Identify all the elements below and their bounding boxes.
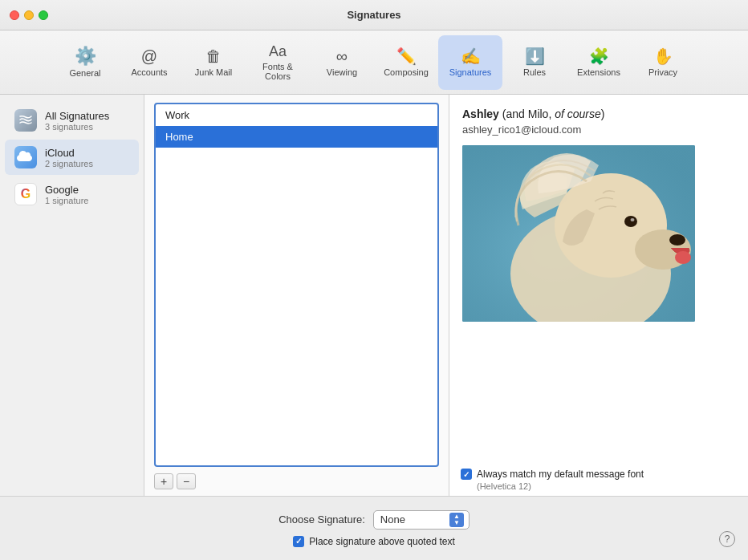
preview-name-bold: Ashley — [462, 108, 499, 120]
preview-name-italic: of course — [555, 108, 601, 120]
font-sublabel: (Helvetica 12) — [477, 481, 531, 491]
toolbar-item-viewing[interactable]: ∞ Viewing — [310, 35, 374, 90]
signatures-list[interactable]: Work Home — [154, 103, 439, 467]
composing-icon: ✏️ — [396, 48, 417, 64]
accounts-icon: @ — [141, 48, 157, 64]
content-area: All Signatures 3 signatures iCloud 2 sig… — [0, 95, 748, 496]
fonts-colors-icon: Aa — [269, 44, 287, 59]
privacy-label: Privacy — [648, 67, 677, 77]
preview-panel: Ashley (and Milo, of course) ashley_rico… — [449, 95, 748, 462]
viewing-icon: ∞ — [336, 48, 348, 64]
place-sig-checkbox[interactable] — [293, 536, 304, 547]
svg-point-7 — [624, 216, 637, 227]
toolbar-item-composing[interactable]: ✏️ Composing — [374, 35, 438, 90]
all-signatures-icon — [14, 109, 37, 132]
signatures-panel: Work Home + − — [144, 95, 449, 496]
sig-item-home[interactable]: Home — [156, 126, 437, 148]
place-sig-row: Place signature above quoted text — [293, 536, 454, 547]
general-icon: ⚙️ — [75, 47, 96, 65]
google-g-letter: G — [21, 187, 30, 201]
traffic-lights — [10, 10, 48, 20]
choose-sig-select[interactable]: None ▲ ▼ — [373, 510, 470, 530]
svg-point-6 — [675, 251, 691, 264]
toolbar-item-signatures[interactable]: ✍️ Signatures — [438, 35, 502, 90]
extensions-label: Extensions — [577, 67, 620, 77]
sig-item-work[interactable]: Work — [156, 104, 437, 126]
toolbar-item-general[interactable]: ⚙️ General — [53, 35, 117, 90]
svg-point-5 — [669, 234, 685, 246]
privacy-icon: ✋ — [653, 48, 673, 64]
select-arrow-icon: ▲ ▼ — [449, 513, 464, 527]
rules-icon: ⬇️ — [525, 48, 545, 64]
extensions-icon: 🧩 — [589, 48, 609, 64]
google-text: Google 1 signature — [45, 184, 88, 205]
help-icon: ? — [725, 534, 730, 545]
sidebar-item-google[interactable]: G Google 1 signature — [5, 177, 139, 212]
fonts-colors-label: Fonts & Colors — [249, 62, 307, 81]
preview-name-rest: (and Milo, — [499, 108, 555, 120]
junk-mail-icon: 🗑 — [205, 48, 222, 64]
toolbar-item-privacy[interactable]: ✋ Privacy — [631, 35, 695, 90]
add-signature-button[interactable]: + — [154, 473, 173, 489]
toolbar-item-fonts-colors[interactable]: Aa Fonts & Colors — [246, 35, 310, 90]
signatures-icon: ✍️ — [461, 48, 481, 64]
junk-mail-label: Junk Mail — [195, 67, 232, 77]
preview-email: ashley_rico1@icloud.com — [462, 124, 735, 136]
composing-label: Composing — [384, 67, 429, 77]
choose-sig-label: Choose Signature: — [278, 513, 365, 526]
remove-signature-button[interactable]: − — [177, 473, 196, 489]
icloud-name: iCloud — [45, 147, 93, 159]
toolbar-item-accounts[interactable]: @ Accounts — [117, 35, 181, 90]
preview-name: Ashley (and Milo, of course) — [462, 108, 735, 120]
all-signatures-name: All Signatures — [45, 110, 109, 122]
minimize-button[interactable] — [24, 10, 34, 20]
toolbar: ⚙️ General @ Accounts 🗑 Junk Mail Aa Fon… — [0, 30, 748, 95]
preview-name-end: ) — [601, 108, 605, 120]
font-match-label: Always match my default message font — [477, 469, 644, 480]
icloud-icon — [14, 146, 37, 168]
font-match-checkbox[interactable] — [461, 469, 472, 480]
choose-sig-value: None — [380, 513, 405, 526]
accounts-label: Accounts — [131, 67, 167, 77]
icloud-text: iCloud 2 signatures — [45, 147, 93, 168]
main-content: All Signatures 3 signatures iCloud 2 sig… — [0, 95, 748, 560]
svg-point-8 — [631, 218, 635, 221]
viewing-label: Viewing — [327, 67, 357, 77]
google-count: 1 signature — [45, 196, 88, 205]
google-name: Google — [45, 184, 88, 196]
sidebar: All Signatures 3 signatures iCloud 2 sig… — [0, 95, 144, 496]
font-checkbox-area: Always match my default message font (He… — [449, 462, 748, 496]
sidebar-item-icloud[interactable]: iCloud 2 signatures — [5, 140, 139, 175]
sidebar-item-all-signatures[interactable]: All Signatures 3 signatures — [5, 103, 139, 138]
window-title: Signatures — [347, 9, 400, 21]
titlebar: Signatures — [0, 0, 748, 30]
all-signatures-count: 3 signatures — [45, 122, 109, 132]
help-button[interactable]: ? — [719, 531, 735, 547]
preview-dog-image — [462, 145, 695, 322]
font-checkbox-row: Always match my default message font — [461, 469, 644, 480]
preview-container: Ashley (and Milo, of course) ashley_rico… — [449, 95, 748, 496]
general-label: General — [69, 68, 100, 78]
bottom-bar: Choose Signature: None ▲ ▼ Place signatu… — [0, 496, 748, 560]
choose-sig-row: Choose Signature: None ▲ ▼ — [278, 510, 470, 530]
toolbar-item-extensions[interactable]: 🧩 Extensions — [567, 35, 631, 90]
maximize-button[interactable] — [39, 10, 48, 20]
place-sig-label: Place signature above quoted text — [309, 536, 454, 547]
signatures-label: Signatures — [449, 67, 492, 77]
icloud-count: 2 signatures — [45, 159, 93, 168]
all-signatures-text: All Signatures 3 signatures — [45, 110, 109, 132]
rules-label: Rules — [523, 67, 546, 77]
toolbar-item-rules[interactable]: ⬇️ Rules — [502, 35, 567, 90]
google-icon: G — [14, 183, 37, 205]
close-button[interactable] — [10, 10, 19, 20]
toolbar-item-junk-mail[interactable]: 🗑 Junk Mail — [181, 35, 246, 90]
signatures-toolbar: + − — [144, 467, 449, 496]
